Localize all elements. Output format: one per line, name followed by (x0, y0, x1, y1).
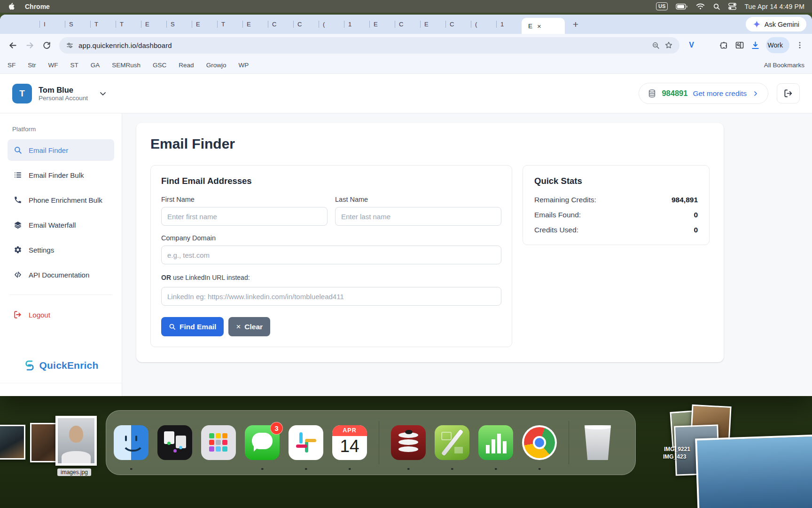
company-domain-field[interactable] (161, 246, 501, 264)
download-icon[interactable] (748, 38, 763, 53)
bookmark-growjo[interactable]: Growjo (206, 62, 226, 69)
dock-database[interactable] (391, 425, 426, 460)
browser-tab[interactable]: C (445, 15, 471, 34)
battery-icon[interactable] (676, 3, 688, 10)
browser-tab[interactable]: C (395, 15, 420, 34)
first-name-field[interactable] (161, 207, 328, 226)
bookmark-star-icon[interactable] (664, 41, 673, 49)
bookmark-ga[interactable]: GA (91, 62, 100, 69)
address-bar[interactable]: app.quickenrich.io/dashboard (59, 37, 679, 54)
browser-tab[interactable]: I (39, 15, 65, 34)
sidebar-item-phone-enrichment-bulk[interactable]: Phone Enrichment Bulk (8, 189, 114, 211)
browser-tab[interactable]: ( (319, 15, 344, 34)
bookmark-wf[interactable]: WF (48, 62, 58, 69)
browser-tab[interactable]: S (166, 15, 192, 34)
dock-finder[interactable] (114, 425, 148, 460)
get-more-credits-link[interactable]: Get more credits (693, 89, 747, 98)
v-extension-icon[interactable]: V (684, 38, 699, 53)
browser-tab[interactable]: 1 (344, 15, 369, 34)
sidebar-item-email-finder[interactable]: Email Finder (8, 139, 114, 161)
bookmark-str[interactable]: Str (28, 62, 36, 69)
dock-separator[interactable] (569, 421, 569, 464)
menubar-app-name[interactable]: Chrome (25, 3, 50, 10)
sidebar-item-logout[interactable]: Logout (8, 304, 114, 325)
find-email-button[interactable]: Find Email (161, 317, 224, 336)
dock-chrome[interactable] (522, 425, 557, 460)
sidebar-section-label: Platform (12, 126, 114, 133)
browser-tab[interactable]: C (293, 15, 319, 34)
browser-tab[interactable]: S (65, 15, 90, 34)
desktop-photo[interactable] (695, 434, 812, 508)
dock-separator[interactable] (379, 421, 379, 464)
ask-gemini-button[interactable]: Ask Gemini (746, 17, 806, 32)
reload-button[interactable] (39, 37, 55, 53)
all-bookmarks-button[interactable]: All Bookmarks (764, 62, 804, 69)
bookmark-read[interactable]: Read (179, 62, 194, 69)
dock-slack[interactable] (289, 425, 323, 460)
browser-tab[interactable]: E (369, 15, 395, 34)
browser-tab[interactable] (14, 15, 39, 34)
desktop-photo-images-jpg[interactable] (55, 416, 97, 466)
apple-menu-icon[interactable] (8, 2, 15, 10)
browser-menu-icon[interactable] (792, 38, 807, 53)
input-source-badge[interactable]: US (656, 2, 668, 10)
browser-tab[interactable]: T (116, 15, 141, 34)
bookmark-gsc[interactable]: GSC (153, 62, 166, 69)
user-avatar[interactable]: T (12, 84, 32, 103)
browser-tab[interactable]: E (420, 15, 445, 34)
linkedin-url-field[interactable] (161, 287, 501, 306)
browser-tab[interactable]: E (141, 15, 166, 34)
desktop-file-label[interactable]: images.jpg (57, 468, 91, 476)
profile-chip[interactable]: Work (766, 37, 789, 53)
desktop-file-label[interactable]: IMG_9221 (664, 446, 690, 452)
menubar-clock[interactable]: Tue Apr 14 4:49 PM (744, 3, 804, 10)
credits-pill[interactable]: 984891 Get more credits (639, 83, 768, 104)
browser-tab[interactable]: 1 (496, 15, 522, 34)
tab-title: I (44, 21, 46, 28)
dock-charts[interactable] (478, 425, 513, 460)
browser-tab[interactable]: E (242, 15, 268, 34)
sidebar-item-api-documentation[interactable]: API Documentation (8, 264, 114, 286)
wifi-icon[interactable] (696, 3, 705, 10)
clear-button[interactable]: × Clear (228, 317, 270, 336)
close-tab-icon[interactable]: × (537, 23, 541, 30)
sidebar-item-settings[interactable]: Settings (8, 239, 114, 261)
sidebar-item-email-waterfall[interactable]: Email Waterfall (8, 214, 114, 236)
url-text[interactable]: app.quickenrich.io/dashboard (78, 41, 647, 49)
dock-map-editor[interactable] (435, 425, 469, 460)
browser-tab[interactable]: T (90, 15, 116, 34)
browser-tab[interactable]: E (192, 15, 217, 34)
tab-title: C (272, 21, 276, 28)
bookmark-sf[interactable]: SF (8, 62, 16, 69)
last-name-field[interactable] (335, 207, 501, 226)
dock-messages[interactable]: 3 (245, 425, 280, 460)
header-logout-button[interactable] (777, 83, 800, 103)
chevron-down-icon[interactable] (98, 89, 108, 98)
dock-launchpad[interactable] (201, 425, 236, 460)
dock-window-manager[interactable] (157, 425, 192, 460)
browser-tab[interactable]: T (217, 15, 242, 34)
zoom-page-icon[interactable] (652, 41, 660, 49)
browser-tab[interactable]: C (268, 15, 293, 34)
sidebar-item-email-finder-bulk[interactable]: Email Finder Bulk (8, 164, 114, 186)
new-tab-button[interactable]: + (569, 17, 583, 32)
desktop-file-label[interactable]: IMG_423 (663, 453, 686, 460)
control-center-icon[interactable] (728, 3, 736, 10)
extensions-puzzle-icon[interactable] (716, 38, 731, 53)
dock-trash[interactable] (581, 425, 615, 460)
bookmark-semrush[interactable]: SEMRush (112, 62, 141, 69)
pokeball-extension-icon[interactable] (700, 38, 715, 53)
site-settings-icon[interactable] (66, 41, 74, 49)
dock-calendar[interactable]: APR 14 (332, 425, 367, 460)
active-tab-title: E (528, 23, 532, 30)
bookmark-st[interactable]: ST (70, 62, 78, 69)
back-button[interactable] (5, 37, 21, 53)
tab-title: S (69, 21, 73, 28)
browser-tab[interactable]: ( (471, 15, 496, 34)
side-panel-search-icon[interactable] (732, 38, 747, 53)
bookmark-wp[interactable]: WP (238, 62, 249, 69)
forward-button[interactable] (22, 37, 38, 53)
spotlight-search-icon[interactable] (713, 3, 720, 10)
desktop-photo[interactable] (0, 425, 25, 460)
active-browser-tab[interactable]: E × (522, 18, 565, 34)
